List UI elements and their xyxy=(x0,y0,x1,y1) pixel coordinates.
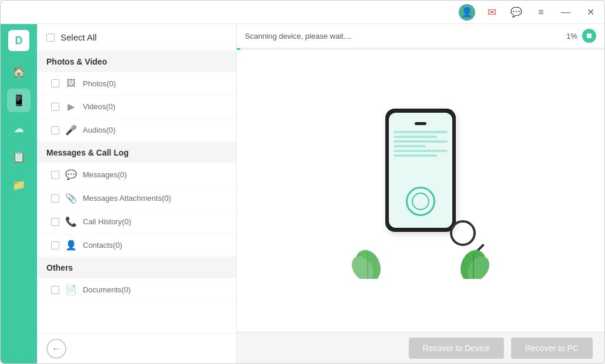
sidebar-item-folder[interactable]: 📁 xyxy=(7,173,31,197)
close-button[interactable]: ✕ xyxy=(582,4,599,21)
mail-icon[interactable]: ✉ xyxy=(483,4,500,21)
scan-percent: 1% xyxy=(566,32,577,41)
messages-attachments-label: Messages Attachments(0) xyxy=(83,194,171,203)
main-layout: D 🏠 📱 ☁ 📋 📁 Select All Photos & Video 🖼 … xyxy=(1,24,604,363)
recover-pc-button[interactable]: Recover to PC xyxy=(511,338,593,359)
menu-icon[interactable]: ≡ xyxy=(533,4,549,21)
screen-line xyxy=(394,140,448,143)
bottom-bar: Recover to Device Recover to PC xyxy=(237,332,604,363)
videos-checkbox[interactable] xyxy=(51,103,59,111)
radar-icon xyxy=(406,187,435,216)
message-icon: 💬 xyxy=(65,169,77,180)
video-icon: ▶ xyxy=(65,101,77,112)
phone-illustration xyxy=(344,103,497,279)
attachment-icon: 📎 xyxy=(65,193,77,204)
list-item: ▶ Videos(0) xyxy=(37,95,236,119)
photo-icon: 🖼 xyxy=(65,78,77,89)
audios-checkbox[interactable] xyxy=(51,126,59,134)
audio-icon: 🎤 xyxy=(65,124,77,136)
phone-screen xyxy=(389,113,452,228)
app-window: 👤 ✉ 💬 ≡ — ✕ D 🏠 📱 ☁ 📋 📁 Select All Pho xyxy=(0,0,605,364)
screen-line xyxy=(394,154,437,157)
chat-icon[interactable]: 💬 xyxy=(508,4,525,21)
select-all-label[interactable]: Select All xyxy=(60,32,97,42)
sidebar-item-device[interactable]: 📱 xyxy=(7,89,31,112)
contacts-label: Contacts(0) xyxy=(83,241,122,250)
list-item: 📞 Call History(0) xyxy=(37,210,236,234)
documents-label: Documents(0) xyxy=(83,285,131,294)
sidebar-item-home[interactable]: 🏠 xyxy=(7,60,31,84)
audios-label: Audios(0) xyxy=(83,126,116,134)
contacts-checkbox[interactable] xyxy=(51,241,59,250)
photos-checkbox[interactable] xyxy=(51,79,59,87)
phone-icon: 📞 xyxy=(65,216,77,227)
category-messages-calllog: Messages & Call Log xyxy=(37,142,236,163)
screen-line xyxy=(394,136,437,138)
sidebar-nav: D 🏠 📱 ☁ 📋 📁 xyxy=(1,24,37,363)
videos-label: Videos(0) xyxy=(83,102,115,111)
list-item: 📄 Documents(0) xyxy=(37,278,236,302)
category-others: Others xyxy=(37,257,236,278)
scan-status-text: Scanning device, please wait.... xyxy=(245,32,562,41)
recover-device-button[interactable]: Recover to Device xyxy=(409,338,504,359)
select-all-row: Select All xyxy=(37,24,236,51)
category-photos-video: Photos & Video xyxy=(37,51,236,72)
back-row: ← xyxy=(37,333,236,363)
title-bar: 👤 ✉ 💬 ≡ — ✕ xyxy=(1,1,604,24)
list-item: 📎 Messages Attachments(0) xyxy=(37,187,236,210)
scan-stop-button[interactable] xyxy=(582,29,596,43)
select-all-checkbox[interactable] xyxy=(46,33,55,42)
leaf-right-icon xyxy=(456,238,491,279)
phone-notch xyxy=(415,122,426,125)
radar-inner-icon xyxy=(412,193,429,210)
documents-checkbox[interactable] xyxy=(51,286,59,294)
messages-checkbox[interactable] xyxy=(51,171,59,179)
phone-body xyxy=(385,109,456,232)
contact-icon: 👤 xyxy=(65,240,77,251)
minimize-button[interactable]: — xyxy=(557,4,574,21)
list-item: 🖼 Photos(0) xyxy=(37,72,236,95)
leaf-left-icon xyxy=(350,238,385,279)
sidebar-item-cloud[interactable]: ☁ xyxy=(7,117,31,140)
right-panel: Scanning device, please wait.... 1% xyxy=(237,24,604,363)
app-logo: D xyxy=(8,30,29,51)
title-bar-icons: 👤 ✉ 💬 ≡ — ✕ xyxy=(459,4,599,21)
screen-line xyxy=(394,150,448,152)
call-history-checkbox[interactable] xyxy=(51,218,59,226)
list-item: 🎤 Audios(0) xyxy=(37,119,236,142)
sidebar-item-files[interactable]: 📋 xyxy=(7,145,31,168)
back-button[interactable]: ← xyxy=(46,339,66,359)
messages-attachments-checkbox[interactable] xyxy=(51,194,59,203)
call-history-label: Call History(0) xyxy=(83,217,131,226)
messages-label: Messages(0) xyxy=(83,170,127,179)
user-icon[interactable]: 👤 xyxy=(459,4,475,21)
illustration-area xyxy=(237,50,604,332)
list-item: 💬 Messages(0) xyxy=(37,163,236,187)
screen-line xyxy=(394,131,448,133)
list-item: 👤 Contacts(0) xyxy=(37,234,236,257)
document-icon: 📄 xyxy=(65,284,77,295)
photos-label: Photos(0) xyxy=(83,79,116,88)
left-panel: Select All Photos & Video 🖼 Photos(0) ▶ … xyxy=(37,24,237,363)
stop-icon xyxy=(587,33,591,38)
screen-line xyxy=(394,145,426,147)
